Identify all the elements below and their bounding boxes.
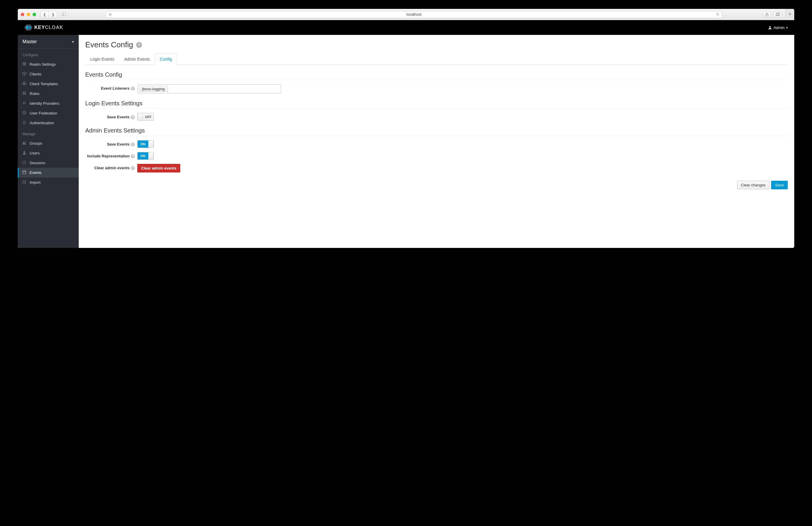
clock-icon xyxy=(22,160,27,165)
back-button[interactable]: ❮ xyxy=(41,11,49,18)
sidebar-item-authentication[interactable]: Authentication xyxy=(18,118,79,128)
reload-icon[interactable]: ↻ xyxy=(716,12,720,17)
tabs-button[interactable] xyxy=(773,11,782,18)
sidebar-item-label: Events xyxy=(30,171,41,175)
sidebar-item-label: User Federation xyxy=(30,111,57,115)
user-icon xyxy=(22,150,27,156)
sidebar-item-label: Roles xyxy=(30,91,39,96)
section-events-config: Events Config xyxy=(85,71,788,80)
address-bar[interactable]: ⊕ localhost ↻ xyxy=(106,11,722,18)
svg-point-12 xyxy=(23,63,24,63)
cubes-icon xyxy=(22,81,27,86)
main-content: Events Config ? Login Events Admin Event… xyxy=(79,35,794,248)
sidebar-item-label: Sessions xyxy=(30,161,45,165)
sidebar-item-groups[interactable]: Groups xyxy=(18,138,79,148)
lock-icon xyxy=(22,120,27,126)
sidebar-item-label: Authentication xyxy=(30,121,54,125)
page-title: Events Config ? xyxy=(85,40,788,49)
logo-icon xyxy=(24,24,32,32)
forward-button[interactable]: ❯ xyxy=(49,11,57,18)
sidebar-item-realm-settings[interactable]: Realm Settings xyxy=(18,59,79,69)
svg-rect-15 xyxy=(23,84,24,85)
minimize-window-button[interactable] xyxy=(27,13,30,16)
help-icon[interactable]: ? xyxy=(131,142,135,146)
cube-icon xyxy=(22,72,27,77)
sidebar: Master ▾ Configure Realm Settings Client… xyxy=(18,35,79,248)
sidebar-toggle-button[interactable] xyxy=(60,11,68,18)
user-label: Admin xyxy=(773,26,784,30)
users-icon xyxy=(22,141,27,146)
clear-admin-events-button[interactable]: Clear admin events xyxy=(137,164,180,173)
svg-point-24 xyxy=(25,142,26,143)
help-icon[interactable]: ? xyxy=(136,42,142,48)
import-icon xyxy=(22,180,27,185)
svg-rect-27 xyxy=(23,171,26,174)
include-representation-toggle[interactable]: ON OFF xyxy=(137,152,154,160)
login-save-events-label: Save Events ? xyxy=(85,113,137,119)
new-tab-button[interactable]: + xyxy=(785,9,794,20)
help-icon[interactable]: ? xyxy=(131,86,135,90)
svg-rect-0 xyxy=(62,13,66,16)
sidebar-section-manage: Manage xyxy=(18,128,79,138)
section-admin-events-settings: Admin Events Settings xyxy=(85,127,788,136)
user-menu[interactable]: Admin ▾ xyxy=(768,26,788,30)
admin-save-events-label: Save Events ? xyxy=(85,140,137,146)
exchange-icon xyxy=(22,101,27,106)
tab-login-events[interactable]: Login Events xyxy=(85,54,119,65)
help-icon[interactable]: ? xyxy=(131,166,135,170)
sidebar-item-user-federation[interactable]: User Federation xyxy=(18,108,79,118)
svg-rect-22 xyxy=(23,122,26,124)
toggle-value: ON xyxy=(137,152,148,159)
help-icon[interactable]: ? xyxy=(131,154,135,158)
tab-config[interactable]: Config xyxy=(155,54,177,65)
sidebar-item-label: Import xyxy=(30,180,41,185)
tabs: Login Events Admin Events Config xyxy=(85,54,788,65)
browser-toolbar: ❮ ❯ ⊕ localhost ↻ + xyxy=(18,9,794,20)
svg-rect-4 xyxy=(777,13,780,15)
toggle-value: ON xyxy=(137,141,148,148)
svg-rect-16 xyxy=(25,84,26,85)
admin-save-events-toggle[interactable]: ON OFF xyxy=(137,140,154,148)
maximize-window-button[interactable] xyxy=(32,13,36,16)
realm-name: Master xyxy=(23,39,37,44)
realm-selector[interactable]: Master ▾ xyxy=(18,35,79,49)
share-button[interactable] xyxy=(763,11,771,18)
sidebar-item-label: Identity Providers xyxy=(30,101,59,106)
chevron-down-icon: ▾ xyxy=(786,26,788,29)
section-login-events-settings: Login Events Settings xyxy=(85,100,788,109)
help-icon[interactable]: ? xyxy=(131,115,135,119)
window-controls xyxy=(21,13,36,16)
svg-rect-3 xyxy=(776,14,779,16)
calendar-icon xyxy=(22,170,27,175)
app-header: KEYCLOAK Admin ▾ xyxy=(18,20,794,35)
svg-point-21 xyxy=(23,111,26,112)
sidebar-item-label: Client Templates xyxy=(30,82,58,86)
login-save-events-toggle[interactable]: ON OFF xyxy=(137,113,154,121)
clear-changes-button[interactable]: Clear changes xyxy=(737,181,770,189)
event-listeners-label: Event Listeners ? xyxy=(85,84,137,90)
database-icon xyxy=(22,111,27,116)
sidebar-item-import[interactable]: Import xyxy=(18,177,79,187)
event-listener-chip[interactable]: jboss-logging xyxy=(139,86,168,92)
sidebar-item-label: Groups xyxy=(30,141,42,146)
sidebar-item-users[interactable]: Users xyxy=(18,148,79,158)
svg-point-23 xyxy=(23,142,24,143)
sidebar-item-clients[interactable]: Clients xyxy=(18,69,79,79)
sidebar-item-label: Users xyxy=(30,151,40,155)
save-button[interactable]: Save xyxy=(771,181,788,189)
svg-point-25 xyxy=(24,151,25,153)
sidebar-item-roles[interactable]: Roles xyxy=(18,89,79,99)
clear-admin-events-label: Clear admin events ? xyxy=(85,164,137,170)
sidebar-item-identity-providers[interactable]: Identity Providers xyxy=(18,99,79,108)
sidebar-item-sessions[interactable]: Sessions xyxy=(18,158,79,168)
svg-point-14 xyxy=(25,63,26,64)
tab-admin-events[interactable]: Admin Events xyxy=(119,54,155,65)
close-window-button[interactable] xyxy=(21,13,24,16)
sidebar-item-events[interactable]: Events xyxy=(18,168,79,177)
event-listeners-input[interactable]: jboss-logging xyxy=(137,84,281,93)
sliders-icon xyxy=(22,62,27,67)
sidebar-item-client-templates[interactable]: Client Templates xyxy=(18,79,79,89)
logo[interactable]: KEYCLOAK xyxy=(24,24,63,32)
user-icon xyxy=(768,26,772,29)
logo-text: KEYCLOAK xyxy=(34,25,63,30)
